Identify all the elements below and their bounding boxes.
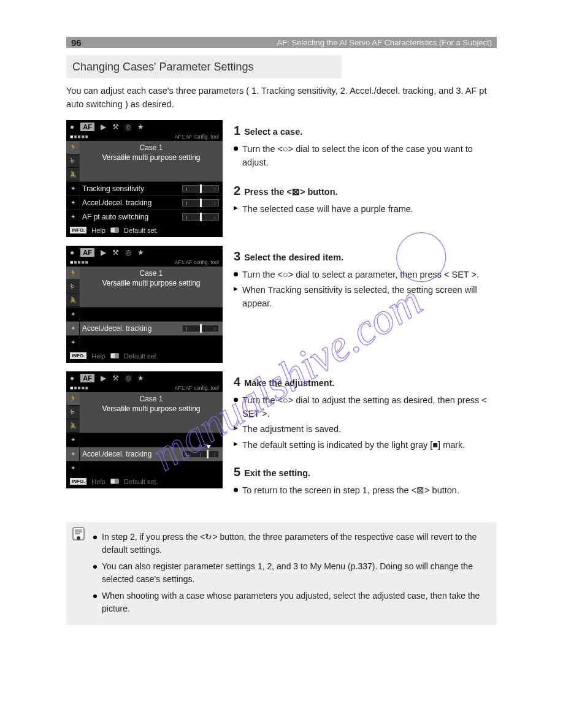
step-3: ● AF ▶ ⚒ ◎ ★ ■■■■■ AF1:AF config. tool 🏃… [66,246,497,363]
step-4: ● AF ▶ ⚒ ◎ ★ ■■■■■ AF1:AF config. tool 🏃… [66,371,497,498]
tab-star-icon: ★ [137,123,144,131]
note-extra: When shooting with a case whose paramete… [93,590,487,615]
info-badge: INFO. [70,227,86,233]
step-2-heading: 2Press the <⊠> button. [234,181,497,200]
footer-default: Default set. [124,227,158,234]
tab-af: AF [80,123,94,131]
note-icon [72,527,85,540]
step-1-bullet: Turn the <○> dial to select the icon of … [234,142,497,170]
footer-help: Help [91,227,105,234]
step-4-bullet-3: The default setting is indicated by the … [234,438,497,452]
tab-camera-icon: ● [70,123,74,131]
lcd-screenshot-3: ● AF ▶ ⚒ ◎ ★ ■■■■■ AF1:AF config. tool 🏃… [66,371,223,488]
step-2-bullet: The selected case will have a purple fra… [234,202,497,216]
intro-text: You can adjust each case's three paramet… [66,85,497,112]
step-4-heading: 4Make the adjustment. [234,373,497,392]
step-1: ● AF ▶ ⚒ ◎ ★ ■■■■■ AF1:AF config. tool 🏃… [66,120,497,237]
tab-custom-icon: ◎ [125,123,131,131]
lcd-screenshot-2: ● AF ▶ ⚒ ◎ ★ ■■■■■ AF1:AF config. tool 🏃… [66,246,223,363]
subtab-label: AF1:AF config. tool [175,134,219,140]
tab-play-icon: ▶ [101,123,106,131]
section-title: Changing Cases' Parameter Settings [66,55,342,78]
step-3-heading: 3Select the desired item. [234,247,497,266]
step-4-bullet-1: Turn the <○> dial to adjust the setting … [234,393,497,421]
case-desc: Versatile multi purpose setting [83,153,219,162]
note-box: In step 2, if you press the <↻> button, … [66,522,497,625]
case-icon-2: ⛷ [66,154,80,168]
header-text: AF: Selecting the AI Servo AF Characteri… [277,38,492,47]
step-5-heading: 5Exit the setting. [234,463,497,482]
step-4-bullet-2: The adjustment is saved. [234,422,497,436]
step-1-heading: 1Select a case. [234,121,497,140]
note-item-2: You can also register parameter settings… [93,560,487,586]
page-number: 96 [71,37,82,48]
header-bar: 96 AF: Selecting the AI Servo AF Charact… [66,37,497,48]
case-icon-3: 🚴 [66,168,80,181]
step-3-bullet-2: When Tracking sensitivity is selected, t… [234,283,497,311]
step-5-bullet-1: To return to the screen in step 1, press… [234,483,497,497]
note-item-1: In step 2, if you press the <↻> button, … [93,531,487,556]
svg-point-4 [77,536,80,540]
case-icon-1: 🏃 [66,141,80,154]
lcd-screenshot-1: ● AF ▶ ⚒ ◎ ★ ■■■■■ AF1:AF config. tool 🏃… [66,120,223,237]
step-3-bullet-1: Turn the <○> dial to select a parameter,… [234,268,497,281]
case-title: Case 1 [83,143,219,152]
tab-wrench-icon: ⚒ [112,123,119,131]
